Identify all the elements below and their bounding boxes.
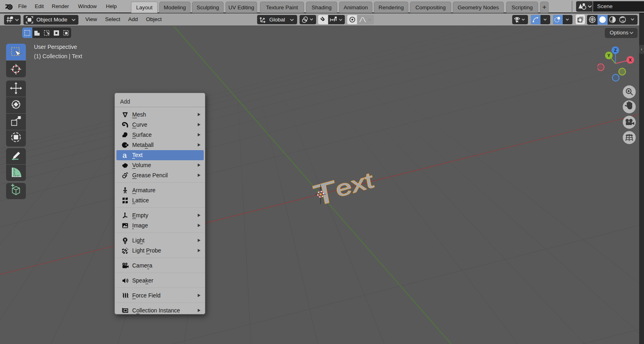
svg-text:a: a <box>122 152 127 159</box>
svg-text:Y: Y <box>607 53 610 58</box>
svg-text:X: X <box>629 57 632 62</box>
svg-text:Z: Z <box>614 48 617 53</box>
